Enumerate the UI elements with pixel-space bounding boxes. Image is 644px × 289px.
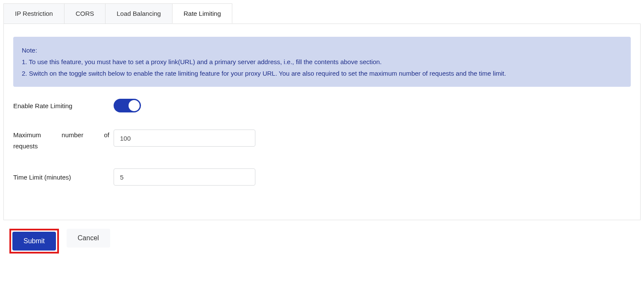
row-enable-rate-limiting: Enable Rate Limiting <box>13 99 631 112</box>
enable-rate-limiting-toggle[interactable] <box>114 99 141 112</box>
toggle-knob <box>129 100 140 111</box>
time-limit-label: Time Limit (minutes) <box>13 174 114 181</box>
tab-cors[interactable]: CORS <box>64 3 105 24</box>
row-max-requests: Maximum number of requests <box>13 130 631 151</box>
tab-rate-limiting[interactable]: Rate Limiting <box>172 3 233 24</box>
tab-bar: IP Restriction CORS Load Balancing Rate … <box>3 3 641 24</box>
submit-button[interactable]: Submit <box>12 232 56 251</box>
note-heading: Note: <box>22 44 622 56</box>
note-box: Note: 1. To use this feature, you must h… <box>13 37 631 87</box>
enable-rate-limiting-label: Enable Rate Limiting <box>13 102 114 109</box>
tab-panel-rate-limiting: Note: 1. To use this feature, you must h… <box>3 24 641 220</box>
max-requests-label-line1: Maximum number of <box>13 131 109 139</box>
button-bar: Submit Cancel <box>3 229 641 254</box>
tab-load-balancing[interactable]: Load Balancing <box>105 3 172 24</box>
time-limit-input[interactable] <box>114 168 255 186</box>
submit-highlight-box: Submit <box>9 229 59 254</box>
max-requests-label: Maximum number of requests <box>13 130 114 151</box>
note-line-2: 2. Switch on the toggle switch below to … <box>22 68 622 79</box>
row-time-limit: Time Limit (minutes) <box>13 168 631 186</box>
tab-ip-restriction[interactable]: IP Restriction <box>3 3 64 24</box>
note-line-1: 1. To use this feature, you must have to… <box>22 56 622 68</box>
max-requests-input[interactable] <box>114 130 255 147</box>
max-requests-label-line2: requests <box>13 141 109 152</box>
cancel-button[interactable]: Cancel <box>67 229 110 248</box>
